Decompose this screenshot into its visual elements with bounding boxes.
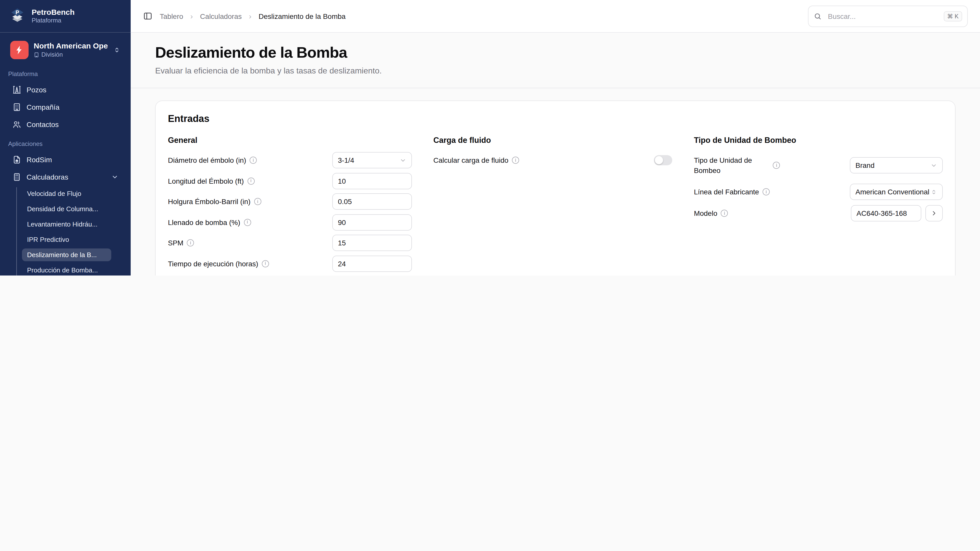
topbar: Tablero › Calculadoras › Deslizamiento d…	[130, 0, 980, 33]
building-icon	[12, 103, 21, 112]
petrobench-logo-icon: P	[8, 7, 27, 25]
pump-fillage-input[interactable]	[332, 214, 412, 230]
field-label: Tiempo de ejecución (horas)	[168, 259, 258, 268]
model-next-button[interactable]	[925, 205, 943, 221]
chevron-right-icon	[931, 210, 938, 217]
field-row: Longitud del Émbolo (ft)	[168, 173, 412, 189]
field-label: Longitud del Émbolo (ft)	[168, 177, 244, 185]
fluid-load-column: Carga de fluido Calcular carga de fluido	[433, 136, 673, 275]
svg-text:P: P	[16, 9, 19, 15]
sidebar-subitem-deslizamiento-bomba[interactable]: Deslizamiento de la B...	[22, 248, 111, 261]
sidebar-item-label: Compañía	[27, 103, 59, 111]
section-label-apps: Aplicaciones	[0, 133, 130, 151]
sidebar-toggle-icon[interactable]	[143, 11, 153, 21]
derrick-icon	[12, 85, 21, 94]
plunger-length-input[interactable]	[332, 173, 412, 189]
search-box: ⌘ K	[808, 5, 968, 27]
manufacturer-line-select[interactable]: American Conventional	[850, 184, 943, 200]
sidebar-item-rodsim[interactable]: RodSim	[8, 151, 123, 168]
sidebar-subitem-densidad-de-columna[interactable]: Densidad de Columna...	[22, 203, 111, 215]
sidebar-subitem-ipr-predictivo[interactable]: IPR Predictivo	[22, 233, 111, 246]
brand: P PetroBench Plataforma	[0, 0, 130, 33]
info-icon[interactable]	[512, 157, 519, 164]
sidebar-item-label: Contactos	[27, 121, 59, 129]
field-label: SPM	[168, 239, 183, 247]
field-row: Calcular carga de fluido	[433, 152, 673, 168]
info-icon[interactable]	[244, 219, 251, 226]
division-icon	[34, 52, 39, 58]
breadcrumb-current: Deslizamiento de la Bomba	[259, 12, 345, 20]
sidebar-item-calculadoras[interactable]: Calculadoras	[8, 169, 123, 185]
select-value: Brand	[856, 161, 875, 169]
info-icon[interactable]	[262, 260, 269, 267]
chevrons-up-down-icon	[931, 189, 937, 195]
info-icon[interactable]	[250, 157, 257, 164]
select-value: 3-1/4	[338, 156, 354, 164]
field-row: Llenado de bomba (%)	[168, 214, 412, 230]
breadcrumb-calculadoras[interactable]: Calculadoras	[200, 12, 242, 20]
plunger-barrel-clearance-input[interactable]	[332, 193, 412, 210]
inputs-card: Entradas General Diámetro del émbolo (in…	[155, 100, 956, 275]
sidebar-item-label: Calculadoras	[27, 173, 68, 181]
search-shortcut-badge: ⌘ K	[943, 11, 962, 21]
info-icon[interactable]	[187, 239, 194, 246]
page-title: Deslizamiento de la Bomba	[155, 44, 956, 61]
field-row: Tipo de Unidad de Bombeo Brand	[694, 152, 943, 179]
org-switcher[interactable]: North American Opera División	[6, 38, 124, 62]
fluid-load-heading: Carga de fluido	[433, 136, 673, 145]
field-label: Modelo	[694, 209, 718, 218]
model-input[interactable]	[851, 205, 921, 221]
spm-input[interactable]	[332, 235, 412, 251]
sidebar-subitem-produccion-bomba[interactable]: Producción de Bomba...	[22, 264, 111, 275]
page-subtitle: Evaluar la eficiencia de la bomba y las …	[155, 66, 956, 76]
sidebar: P PetroBench Plataforma North American O…	[0, 0, 130, 275]
org-name: North American Opera	[34, 41, 108, 51]
runtime-input[interactable]	[332, 256, 412, 272]
sidebar-item-label: Pozos	[27, 86, 46, 94]
info-icon[interactable]	[773, 162, 780, 169]
field-label: Diámetro del émbolo (in)	[168, 156, 246, 164]
page-header: Deslizamiento de la Bomba Evaluar la efi…	[130, 33, 980, 88]
field-label: Llenado de bomba (%)	[168, 218, 240, 226]
sidebar-item-contactos[interactable]: Contactos	[8, 116, 123, 133]
breadcrumb-separator: ›	[190, 12, 193, 21]
chevron-down-icon	[931, 162, 937, 168]
calculadoras-submenu: Velocidad de Flujo Densidad de Columna..…	[16, 187, 111, 275]
pumping-unit-column: Tipo de Unidad de Bombeo Tipo de Unidad …	[694, 136, 943, 275]
field-row: Tiempo de ejecución (horas)	[168, 256, 412, 272]
general-heading: General	[168, 136, 412, 145]
sidebar-item-label: RodSim	[27, 156, 52, 164]
pumping-unit-heading: Tipo de Unidad de Bombeo	[694, 136, 943, 145]
chevron-down-icon	[111, 173, 118, 181]
main-area: Tablero › Calculadoras › Deslizamiento d…	[130, 0, 980, 275]
search-input[interactable]	[827, 11, 939, 21]
field-row: Línea del Fabricante American Convention…	[694, 184, 943, 200]
org-type: División	[41, 51, 63, 59]
sidebar-item-compania[interactable]: Compañía	[8, 99, 123, 115]
select-value: American Conventional	[856, 188, 929, 196]
inputs-card-title: Entradas	[168, 113, 943, 124]
calculate-fluid-load-toggle[interactable]	[654, 155, 673, 165]
breadcrumb-tablero[interactable]: Tablero	[160, 12, 183, 20]
cube-file-icon	[12, 155, 21, 164]
breadcrumb-separator: ›	[249, 12, 251, 21]
general-column: General Diámetro del émbolo (in) 3-1/4 L…	[168, 136, 412, 275]
app-subtitle: Plataforma	[32, 17, 75, 24]
plunger-diameter-select[interactable]: 3-1/4	[332, 152, 412, 168]
info-icon[interactable]	[762, 188, 770, 195]
field-row: Diámetro del émbolo (in) 3-1/4	[168, 152, 412, 168]
sidebar-item-pozos[interactable]: Pozos	[8, 82, 123, 98]
app-title: PetroBench	[32, 8, 75, 17]
info-icon[interactable]	[247, 177, 255, 184]
sidebar-subitem-velocidad-de-flujo[interactable]: Velocidad de Flujo	[22, 187, 111, 200]
pumping-unit-type-select[interactable]: Brand	[850, 157, 943, 173]
field-label: Tipo de Unidad de Bombeo	[694, 155, 770, 176]
chevron-down-icon	[400, 157, 406, 164]
info-icon[interactable]	[254, 198, 261, 205]
sidebar-subitem-levantamiento-hidraulico[interactable]: Levantamiento Hidráu...	[22, 218, 111, 230]
field-label: Línea del Fabricante	[694, 188, 759, 196]
app-root: P PetroBench Plataforma North American O…	[0, 0, 980, 275]
info-icon[interactable]	[721, 210, 728, 217]
users-icon	[12, 120, 21, 129]
field-label: Holgura Émbolo-Barril (in)	[168, 197, 251, 206]
